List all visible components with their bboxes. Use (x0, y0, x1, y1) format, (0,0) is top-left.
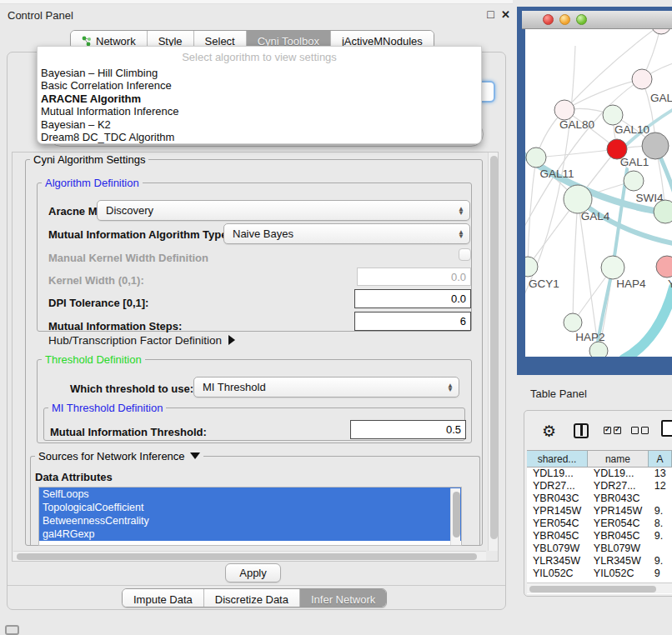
table-row[interactable]: YLR345WYLR345W9. (527, 555, 672, 568)
network-node-label: HAP4 (616, 278, 646, 290)
tab-impute-data[interactable]: Impute Data (123, 589, 204, 607)
hub-section-toggle[interactable]: Hub/Transcription Factor Definition (48, 334, 235, 347)
network-node[interactable] (601, 256, 624, 279)
table-row[interactable]: YDL19...YDL19...13 (527, 468, 672, 480)
tab-label: Infer Network (311, 593, 375, 606)
network-node[interactable] (651, 29, 671, 34)
table-column-header[interactable]: A (649, 450, 672, 468)
algorithm-option[interactable]: Dream8 DC_TDC Algorithm (38, 131, 481, 143)
table-cell: YLR345W (588, 555, 649, 568)
mi-threshold-label: Mutual Information Threshold: (50, 426, 207, 438)
collapsed-panel-icon[interactable] (5, 625, 19, 635)
aracne-mode-combo[interactable]: Discovery ▲▼ (97, 200, 470, 221)
mi-type-combo[interactable]: Naive Bayes ▲▼ (223, 223, 470, 244)
table-cell: YBL079W (588, 542, 649, 555)
attribute-item[interactable]: SelfLoops (39, 488, 461, 501)
collapse-arrow-icon (190, 452, 200, 459)
network-edge[interactable] (573, 199, 578, 322)
table-row[interactable]: YIL052CYIL052C9 (527, 568, 672, 580)
mi-threshold-field[interactable]: 0.5 (350, 420, 466, 439)
which-threshold-combo[interactable]: MI Threshold ▲▼ (193, 377, 459, 398)
table-column-header[interactable]: shared... (527, 450, 588, 468)
mi-steps-label: Mutual Information Steps: (48, 320, 182, 332)
table-cell: YPR145W (527, 505, 588, 518)
which-threshold-value: MI Threshold (203, 381, 266, 393)
table-cell (649, 542, 672, 555)
horizontal-scrollbar[interactable] (13, 551, 486, 561)
network-node-label: GAL10 (614, 123, 649, 136)
dpi-tolerance-field[interactable]: 0.0 (354, 289, 471, 308)
network-edge-highlighted[interactable] (624, 288, 672, 357)
vertical-scrollbar[interactable] (488, 152, 498, 551)
table-row[interactable]: YDR27...YDR27...12 (527, 480, 672, 492)
zoom-traffic-light-icon[interactable] (576, 14, 587, 25)
network-node[interactable] (656, 256, 672, 278)
sources-toggle[interactable]: Sources for Network Inference (35, 450, 203, 462)
import-table-icon[interactable] (661, 420, 672, 437)
algorithm-option[interactable]: Mutual Information Inference (38, 105, 481, 118)
algorithm-option[interactable]: ARACNE Algorithm (38, 92, 481, 105)
minimize-traffic-light-icon[interactable] (559, 14, 570, 25)
table-cell (649, 492, 672, 505)
table-row[interactable]: YBR045CYBR045C9. (527, 530, 672, 542)
kernel-width-label: Kernel Width (0,1): (48, 274, 144, 287)
close-panel-icon[interactable]: ✕ (499, 8, 512, 21)
spinner-arrows-icon: ▲▼ (458, 230, 464, 238)
table-row[interactable]: YER054CYER054C8. (527, 518, 672, 530)
network-window-titlebar[interactable] (522, 11, 672, 29)
close-traffic-light-icon[interactable] (543, 14, 554, 25)
network-node[interactable] (624, 171, 644, 191)
table-cell: 9 (649, 568, 672, 580)
control-panel: Control Panel □ ✕ NetworkStyleSelectCyni… (0, 0, 513, 618)
table-row[interactable]: YBL079WYBL079W (527, 542, 672, 555)
attributes-scrollbar[interactable] (450, 488, 460, 546)
network-edge[interactable] (536, 149, 617, 158)
network-node[interactable] (564, 313, 582, 332)
tab-discretize-data[interactable]: Discretize Data (204, 589, 300, 607)
algorithm-option[interactable]: Bayesian – K2 (38, 118, 481, 131)
network-edge-highlighted[interactable] (525, 152, 672, 214)
attribute-item[interactable]: gal4RGexp (39, 528, 461, 541)
table-cell: 12 (649, 480, 672, 492)
table-cell: YBR043C (527, 492, 588, 505)
table-column-header[interactable]: name (588, 450, 649, 468)
network-canvas[interactable]: GALGAL80GAL10GAL1GAL11SWI4GAL4GCY1HAP4YH… (525, 29, 672, 357)
float-window-icon[interactable]: □ (484, 8, 497, 21)
table-cell: YER054C (588, 518, 649, 530)
algorithm-option[interactable]: Basic Correlation Inference (38, 79, 481, 92)
table-row[interactable]: YBR043CYBR043C (527, 492, 672, 505)
column-view-icon[interactable] (574, 423, 589, 438)
table-cell: YBL079W (527, 542, 588, 555)
network-node-label: GCY1 (529, 278, 559, 290)
table-cell: YBR043C (588, 492, 649, 505)
network-node[interactable] (603, 105, 623, 125)
network-node[interactable] (554, 100, 574, 120)
network-node[interactable] (589, 342, 608, 357)
expand-arrow-icon (228, 335, 235, 345)
dpi-tolerance-label: DPI Tolerance [0,1]: (48, 297, 148, 309)
attribute-item[interactable]: BetweennessCentrality (39, 514, 461, 528)
algorithm-option[interactable]: Bayesian – Hill Climbing (38, 67, 481, 79)
attribute-item[interactable]: TopologicalCoefficient (39, 501, 461, 514)
table-row[interactable]: YPR145WYPR145W9. (527, 505, 672, 518)
kernel-width-field[interactable]: 0.0 (357, 268, 471, 286)
algorithm-list: Bayesian – Hill ClimbingBasic Correlatio… (38, 67, 481, 143)
network-node[interactable] (525, 257, 538, 277)
apply-button[interactable]: Apply (225, 563, 281, 582)
deselect-all-columns-icon[interactable] (631, 427, 649, 434)
gear-icon[interactable]: ⚙ (542, 423, 556, 440)
mi-steps-field[interactable]: 6 (354, 312, 471, 331)
select-all-columns-icon[interactable] (604, 427, 621, 434)
network-node-label: GAL4 (581, 210, 610, 222)
network-edge[interactable] (564, 79, 642, 110)
table-horizontal-scrollbar[interactable] (527, 582, 672, 593)
table-cell: YIL052C (588, 568, 649, 580)
network-node[interactable] (642, 132, 669, 159)
tab-infer-network[interactable]: Infer Network (300, 589, 386, 607)
network-node[interactable] (564, 185, 592, 213)
manual-kernel-checkbox[interactable] (459, 248, 471, 261)
which-threshold-label: Which threshold to use: (70, 382, 193, 395)
network-node[interactable] (526, 148, 546, 168)
threshold-title: Threshold Definition (42, 353, 145, 366)
network-node[interactable] (632, 69, 652, 89)
